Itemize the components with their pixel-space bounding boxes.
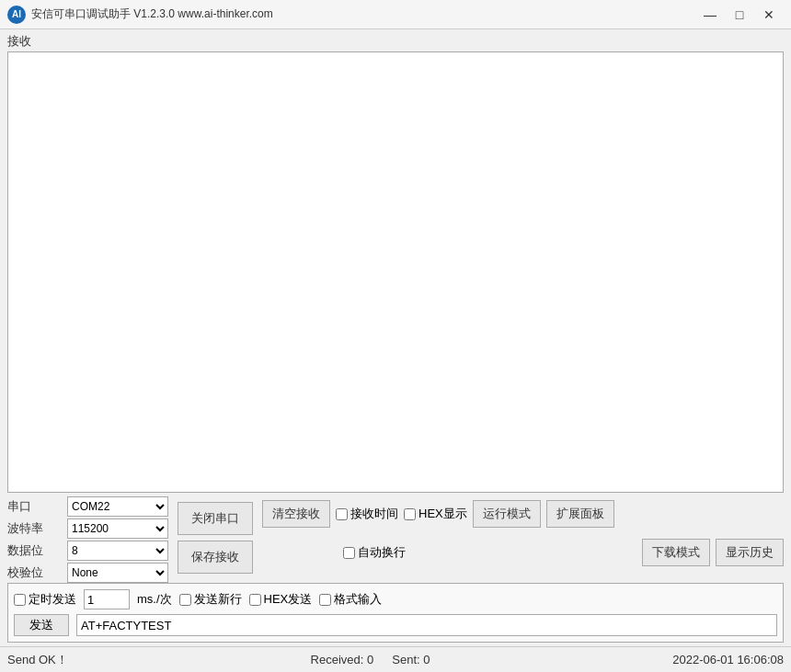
timed-send-checkbox[interactable]	[14, 594, 26, 606]
clear-receive-button[interactable]: 清空接收	[262, 500, 330, 528]
window-controls: — □ ✕	[695, 2, 784, 28]
parity-select[interactable]: None	[67, 563, 168, 583]
recv-time-checkbox[interactable]	[336, 508, 348, 520]
ms-input[interactable]	[84, 589, 130, 609]
download-mode-button[interactable]: 下载模式	[642, 539, 710, 566]
sent-status: Sent: 0	[392, 653, 430, 666]
recv-time-label: 接收时间	[350, 506, 398, 522]
baud-select[interactable]: 115200	[67, 518, 168, 539]
save-receive-button[interactable]: 保存接收	[178, 541, 253, 574]
send-options-row: 定时发送 ms./次 发送新行 HEX发送 格式输入	[14, 589, 777, 609]
port-control-panel: 关闭串口 保存接收	[174, 496, 257, 579]
bottom-controls-row: 自动换行 下载模式 显示历史	[262, 535, 784, 570]
data-bits-select[interactable]: 8	[67, 541, 168, 561]
hex-display-label: HEX显示	[418, 506, 467, 522]
hex-send-group: HEX发送	[249, 591, 313, 608]
baud-label: 波特率	[7, 520, 63, 537]
hex-send-checkbox[interactable]	[249, 594, 261, 606]
app-title: 安信可串口调试助手 V1.2.3.0 www.ai-thinker.com	[31, 6, 695, 22]
controls-row: 串口 COM22 波特率 115200 数据位 8 校验位 None 停止位 O…	[7, 496, 784, 579]
send-newline-label: 发送新行	[194, 591, 242, 608]
format-input-label: 格式输入	[334, 591, 382, 608]
timed-send-label: 定时发送	[29, 591, 76, 608]
main-content: 接收 串口 COM22 波特率 115200 数据位 8 校验位 None 停止…	[0, 29, 791, 646]
show-history-button[interactable]: 显示历史	[716, 539, 784, 566]
auto-newline-label: 自动换行	[358, 544, 406, 561]
datetime-status: 2022-06-01 16:06:08	[672, 653, 784, 666]
port-label: 串口	[7, 498, 63, 515]
maximize-button[interactable]: □	[725, 2, 754, 28]
close-button[interactable]: ✕	[754, 2, 784, 28]
hex-send-label: HEX发送	[264, 591, 313, 608]
port-settings-panel: 串口 COM22 波特率 115200 数据位 8 校验位 None 停止位 O…	[7, 496, 168, 579]
hex-display-group: HEX显示	[404, 506, 467, 522]
app-icon: AI	[7, 6, 26, 24]
hex-display-checkbox[interactable]	[404, 508, 416, 520]
close-port-button[interactable]: 关闭串口	[178, 502, 253, 535]
send-ok-status: Send OK！	[7, 652, 68, 668]
minimize-button[interactable]: —	[695, 2, 725, 28]
receive-section: 接收	[7, 33, 784, 493]
top-controls-row: 清空接收 接收时间 HEX显示 运行模式 扩展面板	[262, 496, 784, 531]
send-button[interactable]: 发送	[14, 614, 69, 636]
port-select[interactable]: COM22	[67, 496, 168, 517]
receive-label: 接收	[7, 33, 784, 50]
format-input-group: 格式输入	[319, 591, 382, 608]
status-bar: Send OK！ Received: 0 Sent: 0 2022-06-01 …	[0, 646, 791, 672]
auto-newline-checkbox[interactable]	[343, 547, 355, 559]
received-status: Received: 0	[311, 653, 374, 666]
format-input-checkbox[interactable]	[319, 594, 331, 606]
send-content-input[interactable]	[76, 614, 777, 636]
send-newline-group: 发送新行	[179, 591, 242, 608]
parity-label: 校验位	[7, 564, 63, 581]
timed-send-group: 定时发送	[14, 591, 76, 608]
recv-time-group: 接收时间	[336, 506, 398, 522]
data-bits-label: 数据位	[7, 542, 63, 559]
ms-unit-label: ms./次	[137, 591, 172, 608]
right-control-panel: 清空接收 接收时间 HEX显示 运行模式 扩展面板 自动换行	[262, 496, 784, 579]
receive-textarea[interactable]	[7, 51, 784, 493]
run-mode-button[interactable]: 运行模式	[473, 500, 541, 528]
send-panel: 定时发送 ms./次 发送新行 HEX发送 格式输入 发送	[7, 583, 784, 643]
expand-panel-button[interactable]: 扩展面板	[546, 500, 614, 528]
title-bar: AI 安信可串口调试助手 V1.2.3.0 www.ai-thinker.com…	[0, 0, 791, 29]
send-newline-checkbox[interactable]	[179, 594, 191, 606]
send-row: 发送	[14, 614, 777, 636]
auto-newline-group: 自动换行	[343, 544, 406, 561]
